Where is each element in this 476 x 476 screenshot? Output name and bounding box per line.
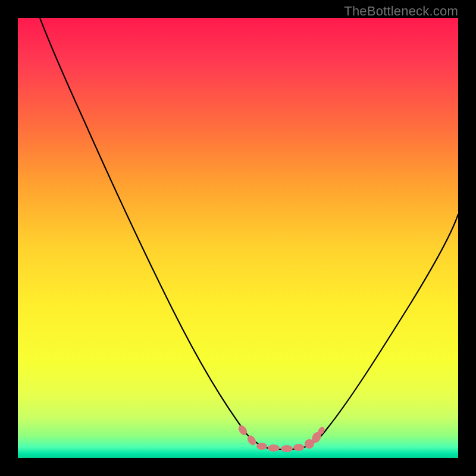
chart-svg [18, 18, 458, 458]
plot-area [18, 18, 458, 458]
chart-container: TheBottleneck.com [0, 0, 476, 476]
svg-point-4 [281, 445, 293, 452]
svg-point-2 [256, 443, 267, 450]
svg-point-3 [268, 444, 280, 452]
bottleneck-curve [40, 18, 458, 449]
optimal-band-markers [237, 424, 326, 452]
svg-point-5 [293, 444, 304, 451]
watermark-text: TheBottleneck.com [344, 4, 458, 19]
